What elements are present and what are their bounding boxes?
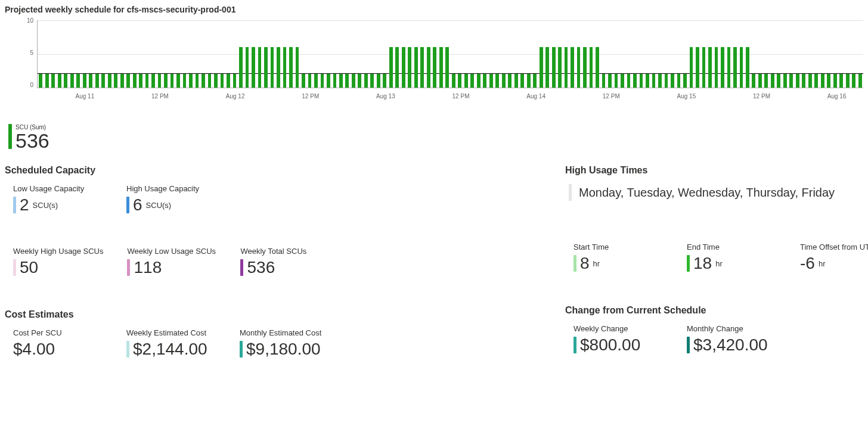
scu-sum-summary: SCU (Sum) 536 — [8, 124, 863, 151]
high-usage-days: Monday, Tuesday, Wednesday, Thursday, Fr… — [569, 184, 868, 201]
weekly-low-usage-scus: Weekly Low Usage SCUs 118 — [127, 247, 216, 276]
scheduled-capacity-title: Scheduled Capacity — [5, 165, 565, 176]
high-usage-times-title: High Usage Times — [565, 165, 868, 176]
end-time: End Time 18 hr — [687, 243, 776, 272]
low-usage-capacity: Low Usage Capacity 2 SCU(s) — [13, 184, 103, 213]
weekly-estimated-cost: Weekly Estimated Cost $2,144.00 — [126, 328, 216, 358]
chart-title: Projected weekly schedule for cfs-mscs-s… — [5, 5, 863, 14]
monthly-estimated-cost: Monthly Estimated Cost $9,180.00 — [240, 328, 329, 358]
start-time: Start Time 8 hr — [574, 243, 663, 272]
high-usage-capacity: High Usage Capacity 6 SCU(s) — [126, 184, 216, 213]
weekly-high-usage-scus: Weekly High Usage SCUs 50 — [13, 247, 103, 276]
time-offset-utc: Time Offset from UTC -6 hr — [800, 243, 868, 272]
cost-per-scu: Cost Per SCU $4.00 — [13, 328, 103, 358]
monthly-change: Monthly Change $3,420.00 — [687, 324, 776, 353]
chart-y-axis: 0 5 10 — [5, 17, 37, 88]
chart-x-axis: Aug 1112 PMAug 1212 PMAug 1312 PMAug 141… — [37, 93, 863, 105]
change-title: Change from Current Schedule — [565, 305, 868, 316]
weekly-total-scus: Weekly Total SCUs 536 — [240, 247, 330, 276]
chart-plot-area — [37, 20, 863, 88]
projected-schedule-chart: 0 5 10 Aug 1112 PMAug 1212 PMAug 1312 PM… — [5, 17, 863, 118]
cost-estimates-title: Cost Estimates — [5, 309, 565, 320]
weekly-change: Weekly Change $800.00 — [574, 324, 663, 353]
